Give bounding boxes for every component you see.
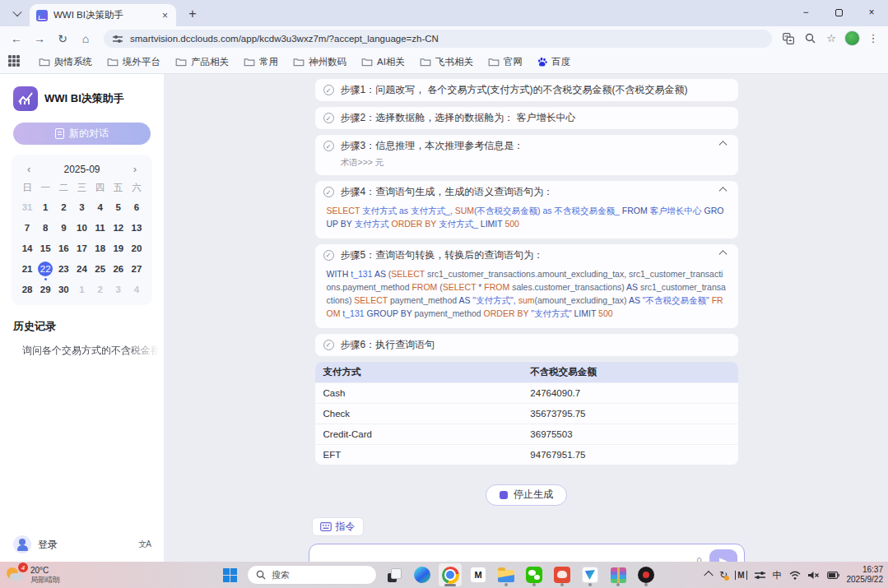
calendar-day[interactable]: 24 <box>72 262 91 276</box>
window-close-button[interactable]: × <box>855 0 888 25</box>
menu-dots-icon[interactable]: ⋮ <box>865 30 881 47</box>
battery-icon[interactable] <box>827 572 839 579</box>
calendar-day[interactable]: 4 <box>128 282 146 297</box>
history-item[interactable]: 询问各个交易方式的不含税金额 <box>0 340 164 361</box>
calendar-day[interactable]: 9 <box>54 220 72 235</box>
calendar-day[interactable]: 1 <box>72 282 91 297</box>
login-button[interactable]: 登录 <box>38 538 132 552</box>
calendar-day[interactable]: 2 <box>54 200 72 215</box>
calendar-day[interactable]: 7 <box>18 220 36 235</box>
calendar-day[interactable]: 19 <box>109 241 128 256</box>
home-icon[interactable]: ⌂ <box>76 29 95 49</box>
calendar-day[interactable]: 22 <box>36 262 54 276</box>
taskbar-app-app-blue[interactable] <box>579 563 602 586</box>
command-button[interactable]: 指令 <box>312 517 364 536</box>
calendar-day[interactable]: 6 <box>128 200 146 215</box>
wifi-icon[interactable] <box>789 571 801 580</box>
message-input[interactable]: 0 ▶ <box>309 544 745 562</box>
sliders-icon[interactable] <box>755 571 765 580</box>
window-minimize-button[interactable]: − <box>789 0 822 25</box>
tab-search-button[interactable] <box>7 2 28 24</box>
calendar-day[interactable]: 17 <box>72 241 91 256</box>
calendar-day[interactable]: 15 <box>36 241 54 256</box>
user-avatar-icon[interactable] <box>13 535 31 553</box>
taskbar-app-wechat[interactable] <box>523 563 546 586</box>
profile-avatar[interactable] <box>844 30 860 46</box>
url-bar[interactable]: smartvision.dcclouds.com/app/kcdw3u3wxz7… <box>104 30 772 48</box>
bookmark-item[interactable]: 舆情系统 <box>31 53 100 71</box>
weekday-label: 一 <box>36 182 54 194</box>
calendar-day[interactable]: 21 <box>18 262 36 276</box>
calendar-day[interactable]: 12 <box>109 220 128 235</box>
window-restore-button[interactable] <box>822 0 855 25</box>
calendar-day[interactable]: 27 <box>128 262 146 276</box>
start-button[interactable] <box>218 563 241 586</box>
calendar-day[interactable]: 18 <box>91 241 109 256</box>
bookmark-item[interactable]: AI相关 <box>354 53 412 71</box>
reload-icon[interactable]: ↻ <box>53 29 72 49</box>
hidden-icons-chevron[interactable] <box>705 570 712 580</box>
calendar-day[interactable]: 28 <box>18 282 36 297</box>
language-toggle-icon[interactable]: 文A <box>138 539 151 550</box>
bookmark-item[interactable]: 境外平台 <box>100 53 168 71</box>
calendar-day[interactable]: 2 <box>91 282 109 297</box>
calendar-day[interactable]: 14 <box>18 241 36 256</box>
calendar-day[interactable]: 30 <box>54 282 72 297</box>
apps-grid-icon[interactable] <box>8 55 21 68</box>
calendar-day[interactable]: 31 <box>18 200 36 215</box>
send-button[interactable]: ▶ <box>709 549 737 562</box>
m-tray-icon[interactable]: M <box>735 571 746 580</box>
bookmark-item[interactable]: 飞书相关 <box>412 53 481 71</box>
calendar-day[interactable]: 26 <box>109 262 128 276</box>
tab-close-icon[interactable]: × <box>160 10 170 21</box>
taskbar-app-app-cat[interactable] <box>551 563 574 586</box>
taskbar-app-edge[interactable] <box>411 563 434 586</box>
taskbar-app-task-view[interactable] <box>383 563 406 586</box>
calendar-day[interactable]: 13 <box>128 220 146 235</box>
bookmark-item[interactable]: 常用 <box>236 53 286 71</box>
calendar-day[interactable]: 20 <box>128 241 146 256</box>
sync-tray-icon[interactable]: ↻ <box>719 569 728 581</box>
browser-tab[interactable]: WWI BI决策助手 × <box>30 4 176 26</box>
taskbar-app-chrome[interactable] <box>439 563 462 586</box>
taskbar-app-recorder[interactable] <box>635 563 658 586</box>
calendar-prev-icon[interactable]: ‹ <box>25 163 33 175</box>
taskbar-app-file-explorer[interactable] <box>495 563 518 586</box>
calendar-day[interactable]: 3 <box>72 200 91 215</box>
taskbar-app-winrar[interactable] <box>607 563 630 586</box>
calendar-day[interactable]: 25 <box>91 262 109 276</box>
calendar-day[interactable]: 11 <box>91 220 109 235</box>
back-icon[interactable]: ← <box>7 29 26 49</box>
taskbar-clock[interactable]: 16:37 2025/9/22 <box>847 565 884 586</box>
calendar-day[interactable]: 1 <box>36 200 54 215</box>
calendar-day[interactable]: 10 <box>72 220 91 235</box>
site-info-icon[interactable] <box>112 35 123 43</box>
bookmark-item[interactable]: 百度 <box>530 53 578 71</box>
collapse-chevron-icon[interactable] <box>717 248 730 262</box>
new-tab-button[interactable]: + <box>183 4 202 24</box>
calendar-next-icon[interactable]: › <box>131 163 139 175</box>
volume-muted-icon[interactable] <box>808 571 820 580</box>
new-chat-button[interactable]: 新的对话 <box>13 123 151 145</box>
calendar-day[interactable]: 3 <box>109 282 128 297</box>
forward-icon[interactable]: → <box>30 29 49 49</box>
calendar-day[interactable]: 4 <box>91 200 109 215</box>
bookmark-item[interactable]: 产品相关 <box>168 53 236 71</box>
taskbar-search[interactable]: 搜索 <box>247 565 377 585</box>
calendar-day[interactable]: 29 <box>36 282 54 297</box>
translate-icon[interactable] <box>780 30 797 47</box>
calendar-day[interactable]: 8 <box>36 220 54 235</box>
bookmark-item[interactable]: 官网 <box>481 53 530 71</box>
calendar-day[interactable]: 5 <box>109 200 128 215</box>
stop-generating-button[interactable]: 停止生成 <box>486 484 567 506</box>
taskbar-app-app-m[interactable]: M <box>467 563 490 586</box>
ime-indicator[interactable]: 中 <box>773 569 782 581</box>
calendar-day[interactable]: 16 <box>54 241 72 256</box>
collapse-chevron-icon[interactable] <box>717 140 730 153</box>
bookmark-star-icon[interactable]: ☆ <box>823 30 839 47</box>
bookmark-item[interactable]: 神州数码 <box>286 53 354 71</box>
collapse-chevron-icon[interactable] <box>717 186 730 199</box>
search-icon[interactable] <box>802 30 818 47</box>
taskbar-weather[interactable]: 4 20°C 局部晴朗 <box>5 565 60 585</box>
calendar-day[interactable]: 23 <box>54 262 72 276</box>
